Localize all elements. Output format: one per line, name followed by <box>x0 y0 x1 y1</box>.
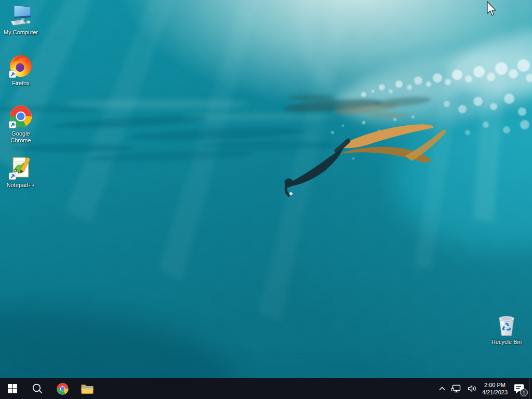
this-pc-icon <box>8 3 33 28</box>
action-center-button[interactable]: 1 <box>510 378 529 399</box>
desktop-icon-label: Firefox <box>12 80 30 87</box>
file-explorer-icon <box>81 383 94 394</box>
desktop-icon-google-chrome[interactable]: Google Chrome <box>1 104 41 144</box>
notepad-plus-plus-icon <box>8 155 33 180</box>
firefox-icon <box>8 54 33 78</box>
taskbar-clock[interactable]: 2:00 PM 4/21/2023 <box>480 378 510 399</box>
wallpaper-art <box>0 0 532 399</box>
notification-badge: 1 <box>520 389 528 396</box>
network-tray-button[interactable] <box>448 378 464 399</box>
volume-icon <box>467 384 477 393</box>
chrome-icon <box>8 104 33 129</box>
desktop-icon-label: Notepad++ <box>7 182 35 189</box>
clock-date: 4/21/2023 <box>482 389 508 396</box>
mouse-cursor <box>486 1 498 18</box>
desktop-icon-recycle-bin[interactable]: Recycle Bin <box>485 312 528 345</box>
start-button[interactable] <box>0 378 25 399</box>
taskbar-file-explorer-button[interactable] <box>75 378 100 399</box>
clock-time: 2:00 PM <box>482 381 508 389</box>
chrome-icon <box>56 382 69 395</box>
taskbar-search-button[interactable] <box>25 378 50 399</box>
search-icon <box>32 383 43 394</box>
chevron-up-icon <box>438 386 446 391</box>
desktop-icon-my-computer[interactable]: My Computer <box>1 3 41 36</box>
recycle-bin-empty-icon <box>494 312 519 337</box>
taskbar: 2:00 PM 4/21/2023 1 <box>0 378 532 399</box>
desktop: My Computer Firefox <box>0 0 532 399</box>
taskbar-chrome-button[interactable] <box>50 378 75 399</box>
hidden-icons-button[interactable] <box>436 378 448 399</box>
desktop-icon-firefox[interactable]: Firefox <box>1 54 41 87</box>
show-desktop-button[interactable] <box>529 378 532 399</box>
wallpaper <box>0 0 532 399</box>
desktop-icon-label: Recycle Bin <box>491 339 522 345</box>
windows-logo-icon <box>8 384 17 393</box>
network-ethernet-icon <box>451 384 462 393</box>
volume-tray-button[interactable] <box>464 378 480 399</box>
desktop-icon-notepad-plus-plus[interactable]: Notepad++ <box>1 155 41 189</box>
desktop-icon-label: Google Chrome <box>1 130 41 144</box>
desktop-icon-label: My Computer <box>4 29 38 36</box>
system-tray: 2:00 PM 4/21/2023 1 <box>436 378 532 399</box>
